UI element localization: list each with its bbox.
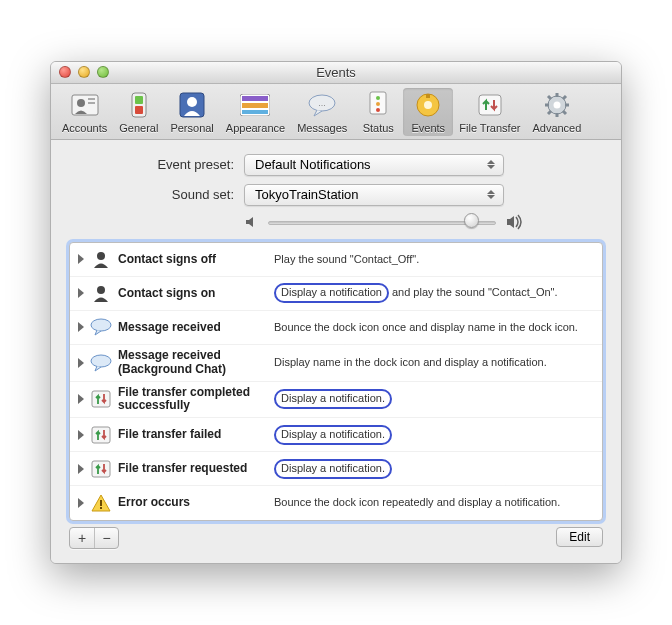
svg-rect-40 — [100, 500, 102, 506]
tab-accounts[interactable]: Accounts — [56, 88, 113, 136]
tab-status[interactable]: Status — [353, 88, 403, 136]
transfer-icon — [475, 90, 505, 120]
volume-slider[interactable] — [268, 215, 496, 231]
event-row[interactable]: Error occurs Bounce the dock icon repeat… — [70, 486, 602, 520]
svg-rect-6 — [135, 106, 143, 114]
disclosure-triangle-icon[interactable] — [78, 430, 84, 440]
profile-icon — [177, 90, 207, 120]
svg-rect-10 — [242, 96, 268, 101]
tab-advanced[interactable]: Advanced — [526, 88, 587, 136]
svg-point-36 — [91, 355, 111, 367]
volume-low-icon — [244, 215, 258, 231]
svg-text:…: … — [318, 99, 326, 108]
remove-button[interactable]: − — [94, 528, 118, 548]
event-row[interactable]: File transfer requested Display a notifi… — [70, 452, 602, 486]
warning-icon — [90, 492, 112, 514]
window-title: Events — [51, 65, 621, 80]
gear-icon — [542, 90, 572, 120]
svg-rect-11 — [242, 103, 268, 108]
event-row[interactable]: Contact signs on Display a notification … — [70, 277, 602, 311]
event-preset-label: Event preset: — [69, 157, 244, 172]
svg-line-30 — [563, 111, 566, 114]
events-list: Contact signs off Play the sound "Contac… — [69, 242, 603, 521]
preferences-window: Events Accounts General Personal Appeara… — [50, 61, 622, 564]
chevron-updown-icon — [485, 187, 497, 203]
event-row[interactable]: Message received (Background Chat) Displ… — [70, 345, 602, 382]
person-icon — [90, 248, 112, 270]
svg-point-1 — [77, 99, 85, 107]
tab-appearance[interactable]: Appearance — [220, 88, 291, 136]
event-row[interactable]: Message received Bounce the dock icon on… — [70, 311, 602, 345]
svg-rect-37 — [92, 391, 110, 407]
svg-point-24 — [553, 101, 560, 108]
svg-rect-22 — [479, 95, 501, 115]
transfer-icon — [90, 424, 112, 446]
svg-rect-12 — [242, 110, 268, 114]
svg-rect-2 — [88, 98, 95, 100]
add-remove-segment: + − — [69, 527, 119, 549]
chat-bubble-icon — [90, 352, 112, 374]
svg-point-16 — [376, 96, 380, 100]
status-icon — [363, 90, 393, 120]
preferences-toolbar: Accounts General Personal Appearance … M… — [51, 84, 621, 140]
tab-events[interactable]: Events — [403, 88, 453, 136]
svg-line-31 — [563, 96, 566, 99]
svg-point-17 — [376, 102, 380, 106]
person-icon — [90, 282, 112, 304]
transfer-icon — [90, 458, 112, 480]
svg-line-32 — [548, 111, 551, 114]
svg-rect-39 — [92, 461, 110, 477]
sound-set-select[interactable]: TokyoTrainStation — [244, 184, 504, 206]
event-row[interactable]: File transfer completed successfully Dis… — [70, 382, 602, 419]
disclosure-triangle-icon[interactable] — [78, 288, 84, 298]
svg-point-33 — [97, 252, 105, 260]
edit-button[interactable]: Edit — [556, 527, 603, 547]
svg-rect-3 — [88, 102, 95, 104]
svg-rect-38 — [92, 427, 110, 443]
chat-bubble-icon — [90, 316, 112, 338]
sound-set-label: Sound set: — [69, 187, 244, 202]
tab-file-transfer[interactable]: File Transfer — [453, 88, 526, 136]
tab-personal[interactable]: Personal — [164, 88, 219, 136]
svg-rect-5 — [135, 96, 143, 104]
svg-point-20 — [424, 101, 432, 109]
disclosure-triangle-icon[interactable] — [78, 464, 84, 474]
switch-icon — [124, 90, 154, 120]
slider-thumb[interactable] — [464, 213, 479, 228]
add-button[interactable]: + — [70, 528, 94, 548]
event-row[interactable]: Contact signs off Play the sound "Contac… — [70, 243, 602, 277]
transfer-icon — [90, 388, 112, 410]
svg-rect-21 — [426, 94, 430, 98]
svg-point-35 — [91, 319, 111, 331]
svg-point-8 — [187, 97, 197, 107]
svg-line-29 — [548, 96, 551, 99]
disclosure-triangle-icon[interactable] — [78, 498, 84, 508]
tab-general[interactable]: General — [113, 88, 164, 136]
minimize-button[interactable] — [78, 66, 90, 78]
event-row[interactable]: File transfer failed Display a notificat… — [70, 418, 602, 452]
svg-rect-41 — [100, 507, 102, 509]
chat-bubble-icon: … — [307, 90, 337, 120]
tab-messages[interactable]: … Messages — [291, 88, 353, 136]
disclosure-triangle-icon[interactable] — [78, 358, 84, 368]
person-card-icon — [70, 90, 100, 120]
disclosure-triangle-icon[interactable] — [78, 322, 84, 332]
disclosure-triangle-icon[interactable] — [78, 254, 84, 264]
disclosure-triangle-icon[interactable] — [78, 394, 84, 404]
bell-icon — [413, 90, 443, 120]
close-button[interactable] — [59, 66, 71, 78]
volume-high-icon — [506, 214, 524, 232]
chevron-updown-icon — [485, 157, 497, 173]
svg-point-34 — [97, 286, 105, 294]
svg-point-18 — [376, 108, 380, 112]
titlebar: Events — [51, 62, 621, 84]
event-preset-select[interactable]: Default Notifications — [244, 154, 504, 176]
zoom-button[interactable] — [97, 66, 109, 78]
appearance-icon — [240, 90, 270, 120]
